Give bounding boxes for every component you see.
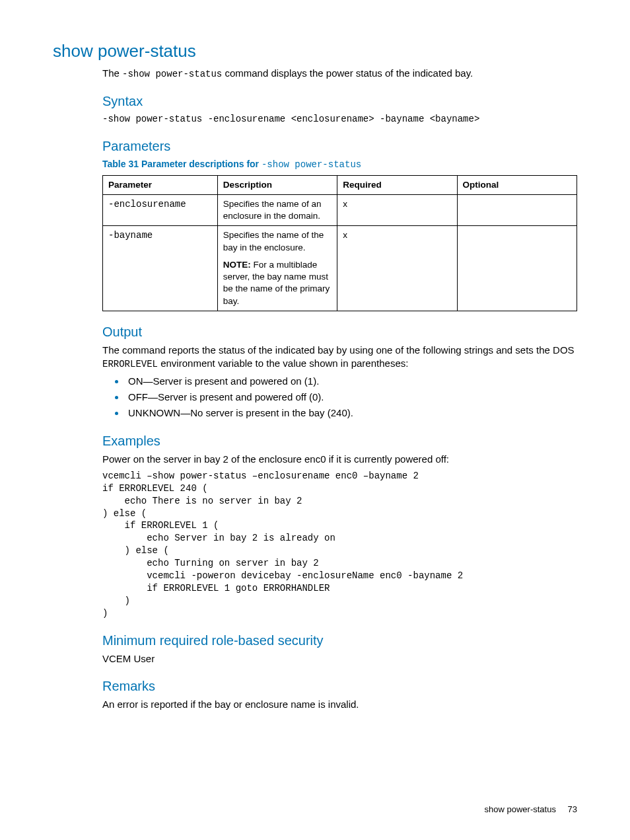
security-text: VCEM User [102,652,577,666]
cell-note: NOTE: For a multiblade server, the bay n… [223,259,332,307]
cell-desc-text: Specifies the name of the bay in the enc… [223,230,324,252]
footer-title: show power-status [485,804,556,814]
footer-page: 73 [568,804,577,814]
cell-desc: Specifies the name of an enclosure in th… [217,194,337,225]
list-item: ON—Server is present and powered on (1). [125,375,577,388]
th-description: Description [217,175,337,194]
cell-optional [457,194,577,225]
examples-intro: Power on the server in bay 2 of the encl… [102,453,577,466]
table-row: -enclosurename Specifies the name of an … [103,194,577,225]
list-item: UNKNOWN—No server is present in the bay … [125,406,577,420]
note-label: NOTE: [223,260,251,270]
table-header-row: Parameter Description Required Optional [103,175,577,194]
table-caption-pre: Table 31 Parameter descriptions for [102,159,262,169]
syntax-line: -show power-status -enclosurename <enclo… [102,113,577,126]
intro-cmd: -show power-status [122,69,222,79]
syntax-heading: Syntax [102,93,577,110]
parameters-heading: Parameters [102,137,577,155]
output-p1-code: ERRORLEVEL [102,359,158,369]
cell-required: x [337,226,457,311]
examples-heading: Examples [102,432,577,450]
output-list: ON—Server is present and powered on (1).… [102,375,577,420]
cell-desc-text: Specifies the name of an enclosure in th… [223,199,322,221]
examples-code: vcemcli –show power-status –enclosurenam… [102,470,577,620]
table-caption-cmd: -show power-status [262,159,361,170]
th-parameter: Parameter [103,175,218,194]
output-paragraph: The command reports the status of the in… [102,344,577,371]
page-title: show power-status [53,40,577,63]
page-footer: show power-status 73 [53,804,577,816]
cell-param: -bayname [103,226,218,311]
output-p1-post: environment variable to the value shown … [158,358,408,369]
output-heading: Output [102,323,577,341]
th-optional: Optional [457,175,577,194]
intro-post: command displays the power status of the… [222,67,473,79]
security-heading: Minimum required role-based security [102,632,577,650]
table-row: -bayname Specifies the name of the bay i… [103,226,577,311]
cell-param: -enclosurename [103,194,218,225]
remarks-text: An error is reported if the bay or enclo… [102,698,577,711]
remarks-heading: Remarks [102,677,577,695]
output-p1-pre: The command reports the status of the in… [102,344,575,356]
list-item: OFF—Server is present and powered off (0… [125,391,577,404]
table-caption: Table 31 Parameter descriptions for -sho… [102,158,577,171]
th-required: Required [337,175,457,194]
parameters-table: Parameter Description Required Optional … [102,175,577,311]
intro-pre: The [102,67,122,79]
cell-required: x [337,194,457,225]
cell-optional [457,226,577,311]
intro-text: The -show power-status command displays … [102,67,577,81]
cell-desc: Specifies the name of the bay in the enc… [217,226,337,311]
